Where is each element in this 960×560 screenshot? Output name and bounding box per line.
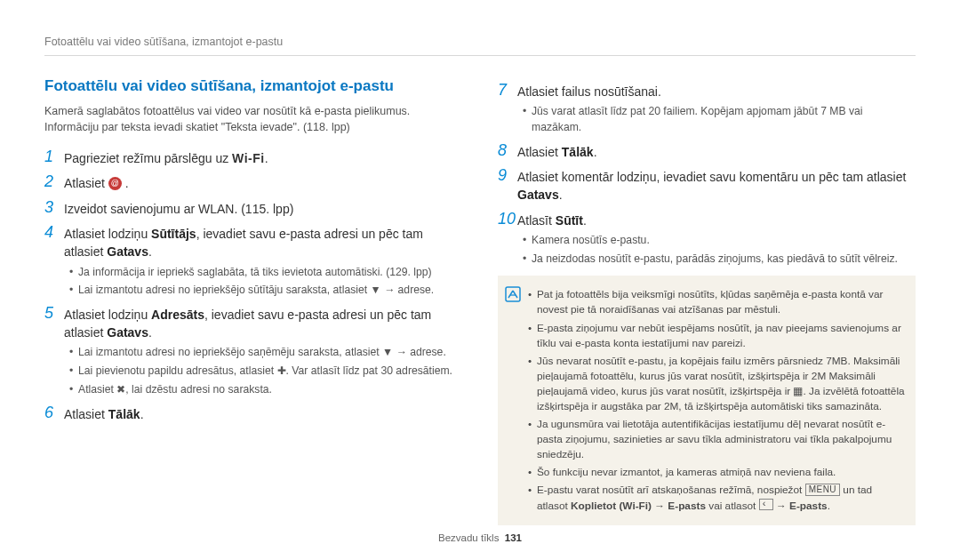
bold: Gatavs [107,244,148,259]
section-title: Fotoattēlu vai video sūtīšana, izmantojo… [44,76,462,98]
step-6: 6 Atlasiet Tālāk. [44,404,462,423]
text: . [148,325,152,340]
note-item: Jūs nevarat nosūtīt e-pastu, ja kopējais… [528,354,905,414]
bullet: Ja informācija ir iepriekš saglabāta, tā… [69,265,462,281]
step-number: 3 [44,198,64,218]
note-item-last: E-pastu varat nosūtīt arī atskaņošanas r… [528,483,905,513]
footer-section-label: Bezvadu tīkls [438,532,499,543]
running-header: Fotoattēlu vai video sūtīšana, izmantojo… [44,34,916,56]
step-text: Atlasiet Tālāk. [64,404,462,423]
step-number: 5 [44,304,64,342]
step-number: 7 [498,81,517,100]
note-item: Šo funkciju nevar izmantot, ja kameras a… [528,465,905,480]
bold: E-pasts [789,500,828,512]
text: Atlasiet komentār lodziņu, ievadiet savu… [517,170,906,184]
step-4-bullets: Ja informācija ir iepriekš saglabāta, tā… [44,265,462,299]
step-8: 8 Atlasiet Tālāk. [498,141,916,161]
bold: Gatavs [107,325,148,340]
step-10-bullets: Kamera nosūtīs e-pastu. Ja neizdodas nos… [498,233,916,267]
text: Atlasiet [64,176,108,190]
step-number: 4 [44,223,64,261]
step-1: 1 Pagrieziet režīmu pārslēgu uz Wi-Fi. [44,148,462,167]
note-box: Pat ja fotoattēls bija veiksmīgi nosūtīt… [498,276,916,524]
step-text: Atlasiet komentār lodziņu, ievadiet savu… [517,166,916,204]
bullet: Lai izmantotu adresi no iepriekšējo sūtī… [69,283,462,299]
bullet: Ja neizdodas nosūtīt e-pastu, parādās zi… [523,252,916,268]
text: Atlasiet lodziņu [64,227,151,241]
text: . [559,188,563,202]
bullet: Lai izmantotu adresi no iepriekšējo saņē… [69,345,462,361]
bold: Sūtīt [556,213,583,228]
text: vai atlasot [706,500,759,512]
text: . [122,176,129,190]
step-number: 1 [44,148,64,167]
page-number: 131 [505,532,522,543]
bullet: Jūs varat atlasīt līdz pat 20 failiem. K… [523,104,916,135]
note-item: Ja ugunsmūra vai lietotāja autentifikāci… [528,417,905,462]
svg-line-1 [508,291,513,298]
step-4: 4 Atlasiet lodziņu Sūtītājs, ievadiet sa… [44,223,462,261]
step-7: 7 Atlasiet failus nosūtīšanai. [498,81,916,100]
step-number: 2 [44,172,64,192]
note-icon [505,284,523,516]
svg-line-2 [513,291,517,298]
two-column-layout: Fotoattēlu vai video sūtīšana, izmantojo… [44,76,916,525]
text: Atlasiet lodziņu [64,308,151,322]
step-10: 10 Atlasīt Sūtīt. [498,210,916,229]
bold: Tālāk [108,407,140,421]
email-app-icon [108,177,122,190]
page-footer: Bezvadu tīkls 131 [0,531,960,546]
intro-paragraph: Kamerā saglabātos fotoattēlus vai video … [44,103,462,135]
step-text: Izveidot savienojumu ar WLAN. (115. lpp) [64,198,462,218]
text: . [148,244,152,259]
step-3: 3 Izveidot savienojumu ar WLAN. (115. lp… [44,198,462,218]
text: . [594,145,597,159]
right-column: 7 Atlasiet failus nosūtīšanai. Jūs varat… [498,76,916,525]
text: . [265,151,268,165]
wifi-label: Wi-Fi [232,151,265,165]
step-text: Pagrieziet režīmu pārslēgu uz Wi-Fi. [64,148,462,167]
bullet: Atlasiet ✖, lai dzēstu adresi no sarakst… [69,382,462,398]
bullet: Lai pievienotu papildu adresātus, atlasi… [69,364,462,380]
text: Atlasiet [64,407,108,421]
step-number: 10 [498,210,517,229]
menu-button-icon: MENU [805,484,840,496]
step-text: Atlasiet . [64,172,462,192]
text: → [773,500,789,512]
step-5: 5 Atlasiet lodziņu Adresāts, ievadiet sa… [44,304,462,342]
bold: Koplietot (Wi-Fi) → E-pasts [571,500,706,512]
text: E-pastu varat nosūtīt arī atskaņošanas r… [537,484,805,496]
step-5-bullets: Lai izmantotu adresi no iepriekšējo saņē… [44,345,462,397]
bold: Tālāk [562,145,594,159]
text: . [140,407,144,421]
manual-page: Fotoattēlu vai video sūtīšana, izmantojo… [0,0,960,560]
note-item: E-pasta ziņojumu var nebūt iespējams nos… [528,321,905,351]
text: Pagrieziet režīmu pārslēgu uz [64,151,232,165]
step-9: 9 Atlasiet komentār lodziņu, ievadiet sa… [498,166,916,204]
bold: Gatavs [517,188,559,202]
step-7-bullets: Jūs varat atlasīt līdz pat 20 failiem. K… [498,104,916,135]
text: . [583,213,587,228]
step-number: 9 [498,166,517,204]
step-2: 2 Atlasiet . [44,172,462,192]
note-list: Pat ja fotoattēls bija veiksmīgi nosūtīt… [528,284,905,516]
step-text: Atlasiet lodziņu Sūtītājs, ievadiet savu… [64,223,462,261]
step-text: Atlasīt Sūtīt. [517,210,916,229]
share-icon [759,499,773,510]
text: Atlasīt [517,213,556,228]
note-item: Pat ja fotoattēls bija veiksmīgi nosūtīt… [528,287,905,317]
step-number: 8 [498,141,517,161]
left-column: Fotoattēlu vai video sūtīšana, izmantojo… [44,76,462,525]
text: Atlasiet [517,145,562,159]
step-text: Atlasiet lodziņu Adresāts, ievadiet savu… [64,304,462,342]
step-text: Atlasiet failus nosūtīšanai. [517,81,916,100]
bullet: Kamera nosūtīs e-pastu. [523,233,916,249]
step-text: Atlasiet Tālāk. [517,141,916,161]
bold: Sūtītājs [151,227,196,241]
bold: Adresāts [151,308,204,322]
step-number: 6 [44,404,64,423]
svg-rect-0 [506,287,520,301]
